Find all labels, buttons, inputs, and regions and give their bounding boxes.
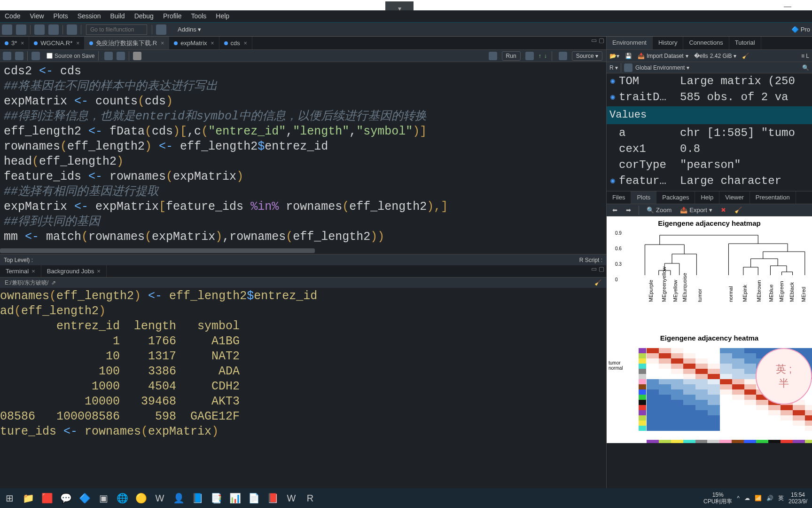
plots-tab-viewer[interactable]: Viewer bbox=[719, 191, 750, 204]
env-tab-history[interactable]: History bbox=[653, 37, 683, 49]
source-tab[interactable]: expMatrix× bbox=[169, 37, 219, 49]
menu-tools[interactable]: Tools bbox=[187, 10, 211, 22]
wand-icon[interactable] bbox=[104, 52, 113, 60]
source-on-save-checkbox[interactable] bbox=[47, 53, 53, 59]
cpu-meter[interactable]: 15%CPU利用率 bbox=[703, 492, 732, 505]
maximize-pane-icon[interactable]: ▢ bbox=[599, 37, 604, 44]
close-tab-icon[interactable]: × bbox=[161, 40, 164, 47]
rstudio-icon[interactable]: R bbox=[301, 489, 320, 508]
menu-code[interactable]: Code bbox=[0, 10, 25, 22]
env-row[interactable]: cex10.8 bbox=[610, 141, 808, 157]
maximize-pane-icon[interactable]: ▢ bbox=[599, 265, 604, 272]
plots-tab-plots[interactable]: Plots bbox=[631, 191, 656, 204]
open-file-icon[interactable] bbox=[16, 24, 26, 35]
minimize-pane-icon[interactable]: ▭ bbox=[591, 37, 597, 44]
arrow-down-icon[interactable]: ↓ bbox=[544, 53, 547, 59]
notebook-icon[interactable] bbox=[133, 52, 141, 60]
close-tab-icon[interactable]: × bbox=[76, 40, 79, 47]
save-source-icon[interactable] bbox=[31, 52, 40, 60]
close-tab-icon[interactable]: × bbox=[31, 268, 35, 275]
list-view-icon[interactable]: ≡ L bbox=[798, 53, 812, 59]
clear-plots-icon[interactable]: 🧹 bbox=[732, 206, 745, 214]
source-tab[interactable]: 3*× bbox=[0, 37, 29, 49]
app-icon-3[interactable]: ▣ bbox=[94, 489, 113, 508]
console-tab[interactable]: Background Jobs × bbox=[41, 265, 107, 277]
explorer-icon[interactable]: 📁 bbox=[19, 489, 38, 508]
grid-icon[interactable] bbox=[156, 24, 166, 35]
run-button[interactable]: Run bbox=[502, 51, 521, 61]
plots-tab-packages[interactable]: Packages bbox=[656, 191, 695, 204]
env-row[interactable]: ◉TOMLarge matrix (250 bbox=[610, 73, 808, 89]
source-doc-icon[interactable] bbox=[559, 52, 567, 60]
tray-chevron-icon[interactable]: ^ bbox=[737, 495, 740, 501]
minimize-pane-icon[interactable]: ▭ bbox=[591, 265, 597, 272]
code-editor[interactable]: cds2 <- cds##将基因在不同的样本中的表达进行写出expMatrix … bbox=[0, 62, 606, 248]
new-file-icon[interactable] bbox=[2, 24, 12, 35]
app-icon-7[interactable]: W bbox=[282, 489, 301, 508]
menu-view[interactable]: View bbox=[25, 10, 48, 22]
app-icon-5[interactable]: 📊 bbox=[226, 489, 244, 508]
plot-prev-icon[interactable]: ⬅ bbox=[609, 206, 620, 214]
edge-icon[interactable]: 🌐 bbox=[113, 489, 132, 508]
env-tab-tutorial[interactable]: Tutorial bbox=[729, 37, 761, 49]
scope-indicator[interactable]: Top Level) : bbox=[4, 257, 33, 263]
env-tab-connections[interactable]: Connections bbox=[683, 37, 729, 49]
source-tab[interactable]: 免疫治疗数据集下载.R× bbox=[85, 37, 169, 49]
close-tab-icon[interactable]: × bbox=[21, 40, 24, 47]
import-dataset-button[interactable]: 📥 Import Dataset ▾ bbox=[635, 53, 691, 59]
run-icon[interactable] bbox=[489, 52, 497, 60]
wps-icon[interactable]: W bbox=[150, 489, 169, 508]
wechat-icon[interactable]: 💬 bbox=[56, 489, 75, 508]
notes-icon[interactable]: 📘 bbox=[188, 489, 207, 508]
chrome-icon[interactable]: 🟡 bbox=[132, 489, 150, 508]
plots-tab-help[interactable]: Help bbox=[695, 191, 719, 204]
env-row[interactable]: achr [1:585] "tumo bbox=[610, 125, 808, 141]
goto-file-input[interactable] bbox=[86, 24, 147, 35]
app-icon-6[interactable]: 📄 bbox=[244, 489, 263, 508]
plots-tab-files[interactable]: Files bbox=[607, 191, 631, 204]
source-button[interactable]: Source ▾ bbox=[572, 51, 602, 61]
tray-wifi-icon[interactable]: 📶 bbox=[755, 495, 762, 501]
save-icon[interactable] bbox=[34, 24, 45, 35]
broom-icon[interactable]: 🧹 bbox=[739, 53, 752, 59]
environment-scope-selector[interactable]: Global Environment ▾ bbox=[635, 64, 689, 71]
source-tab[interactable]: cds× bbox=[219, 37, 252, 49]
console-tab[interactable]: Terminal × bbox=[0, 265, 41, 277]
remove-plot-icon[interactable]: ✖ bbox=[718, 206, 729, 214]
memory-usage[interactable]: �ells 2.42 GiB ▾ bbox=[691, 53, 740, 59]
app-icon-4[interactable]: 📑 bbox=[207, 489, 226, 508]
menu-profile[interactable]: Profile bbox=[158, 10, 187, 22]
export-button[interactable]: 📤 Export ▾ bbox=[677, 206, 715, 214]
console-output[interactable]: ownames(eff_length2) <- eff_length2$entr… bbox=[0, 288, 606, 450]
console-path-open-icon[interactable]: ⇗ bbox=[51, 279, 56, 286]
pdf-icon[interactable]: 📕 bbox=[263, 489, 282, 508]
start-icon[interactable]: ⊞ bbox=[0, 489, 19, 508]
menu-build[interactable]: Build bbox=[106, 10, 130, 22]
menu-session[interactable]: Session bbox=[73, 10, 106, 22]
menu-plots[interactable]: Plots bbox=[49, 10, 73, 22]
env-search-icon[interactable]: 🔍 bbox=[802, 64, 809, 71]
env-tab-environment[interactable]: Environment bbox=[607, 37, 653, 49]
forward-icon[interactable] bbox=[15, 52, 23, 60]
editor-h-scrollbar[interactable] bbox=[0, 248, 606, 254]
tray-ime-icon[interactable]: 英 bbox=[778, 494, 784, 502]
menu-help[interactable]: Help bbox=[211, 10, 234, 22]
console-clear-icon[interactable]: 🧹 bbox=[594, 279, 601, 286]
compile-icon[interactable] bbox=[117, 52, 125, 60]
zoom-button[interactable]: 🔍 Zoom bbox=[644, 206, 674, 214]
close-tab-icon[interactable]: × bbox=[211, 40, 214, 47]
load-workspace-icon[interactable]: 📂▾ bbox=[607, 53, 622, 59]
windows-taskbar[interactable]: ⊞ 📁 🟥 💬 🔷 ▣ 🌐 🟡 W 👤 📘 📑 📊 📄 📕 W R 15%CPU… bbox=[0, 488, 812, 508]
r-version-selector[interactable]: R ▾ bbox=[609, 64, 618, 71]
addins-menu[interactable]: Addins ▾ bbox=[178, 26, 201, 33]
tray-volume-icon[interactable]: 🔊 bbox=[766, 495, 773, 501]
save-all-icon[interactable] bbox=[48, 24, 59, 35]
close-tab-icon[interactable]: × bbox=[244, 40, 247, 47]
minimize-icon[interactable]: — bbox=[784, 2, 791, 11]
menu-debug[interactable]: Debug bbox=[130, 10, 158, 22]
tray-cloud-icon[interactable]: ☁ bbox=[744, 495, 750, 501]
env-row[interactable]: ◉featur…Large character bbox=[610, 173, 808, 189]
arrow-up-icon[interactable]: ↑ bbox=[539, 53, 541, 59]
env-row[interactable]: ◉traitD…585 obs. of 2 va bbox=[610, 89, 808, 105]
file-type-indicator[interactable]: R Script : bbox=[579, 257, 602, 263]
